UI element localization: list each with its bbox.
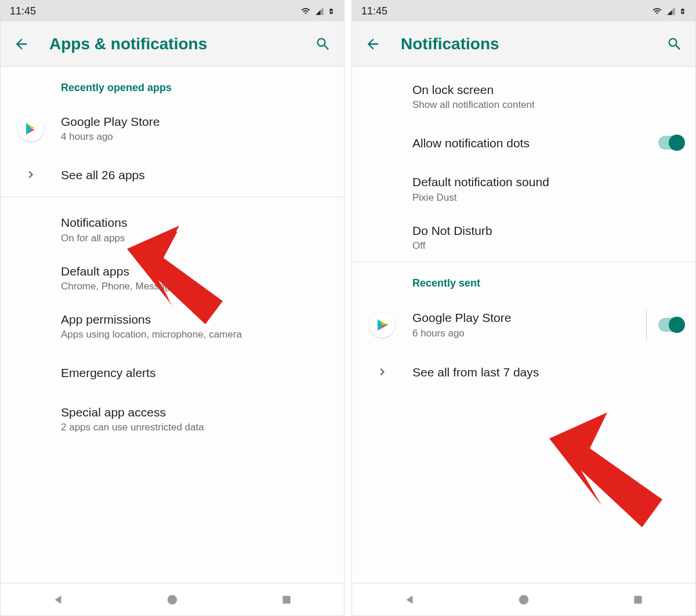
- nav-back[interactable]: [48, 589, 68, 610]
- recent-app-name: Google Play Store: [61, 114, 332, 129]
- status-icons: [300, 6, 335, 16]
- recent-app-item[interactable]: Google Play Store 4 hours ago: [1, 104, 344, 153]
- wifi-icon: [300, 6, 311, 16]
- arrow-back-icon: [365, 36, 381, 52]
- app-bar: Notifications: [352, 21, 695, 67]
- item-do-not-disturb[interactable]: Do Not Disturb Off: [352, 213, 695, 262]
- recent-app-sub: 6 hours ago: [412, 327, 641, 340]
- signal-icon: [666, 6, 676, 16]
- page-title: Notifications: [385, 35, 663, 53]
- search-icon: [315, 36, 331, 52]
- svg-point-8: [519, 595, 529, 604]
- item-title: Default apps: [61, 263, 332, 279]
- status-bar: 11:45: [1, 1, 344, 21]
- nav-recent[interactable]: [276, 589, 297, 610]
- chevron-right-icon: [14, 162, 47, 187]
- circle-home-icon: [166, 593, 179, 606]
- phone-left: 11:45 Apps & notifications Recently open…: [0, 0, 345, 616]
- search-button[interactable]: [663, 32, 686, 56]
- nav-recent[interactable]: [628, 589, 648, 610]
- back-button[interactable]: [10, 32, 33, 56]
- phone-right: 11:45 Notifications On lock screen Show …: [351, 0, 696, 616]
- item-title: Special app access: [61, 404, 332, 420]
- switch-notification-dots[interactable]: [658, 136, 684, 150]
- nav-home[interactable]: [513, 589, 534, 610]
- see-all-apps[interactable]: See all 26 apps: [1, 153, 344, 197]
- svg-rect-2: [283, 596, 291, 603]
- item-sub: Off: [412, 240, 684, 252]
- item-sub: Pixie Dust: [412, 191, 684, 204]
- search-icon: [666, 36, 683, 52]
- app-icon-play-store: [14, 116, 47, 142]
- item-notification-dots[interactable]: Allow notification dots: [352, 121, 695, 165]
- nav-bar: [1, 583, 344, 615]
- recent-app-sub: 4 hours ago: [61, 131, 332, 143]
- see-all-label: See all from last 7 days: [412, 364, 684, 380]
- item-title: App permissions: [61, 311, 332, 327]
- search-button[interactable]: [311, 32, 335, 56]
- item-title: Do Not Disturb: [412, 223, 684, 238]
- status-time: 11:45: [10, 5, 36, 17]
- nav-bar: [352, 583, 695, 615]
- item-sub: 2 apps can use unrestricted data: [61, 421, 332, 434]
- triangle-back-icon: [403, 593, 416, 606]
- item-app-permissions[interactable]: App permissions Apps using location, mic…: [1, 302, 344, 350]
- battery-charging-icon: [328, 6, 335, 16]
- battery-charging-icon: [679, 6, 686, 16]
- item-sub: On for all apps: [61, 232, 332, 245]
- item-title: Notifications: [61, 215, 332, 230]
- see-all-label: See all 26 apps: [61, 167, 332, 183]
- content: On lock screen Show all notification con…: [352, 67, 695, 583]
- svg-point-1: [168, 595, 177, 604]
- item-title: Allow notification dots: [412, 135, 658, 151]
- item-title: On lock screen: [412, 82, 684, 97]
- nav-home[interactable]: [162, 589, 183, 610]
- switch-app-notifications[interactable]: [658, 318, 684, 332]
- square-recent-icon: [632, 594, 644, 606]
- vertical-divider: [646, 309, 647, 340]
- item-sub: Show all notification content: [412, 99, 684, 111]
- status-time: 11:45: [361, 5, 387, 17]
- wifi-icon: [651, 6, 663, 16]
- chevron-right-icon: [366, 359, 398, 385]
- circle-home-icon: [517, 593, 530, 606]
- item-special-app-access[interactable]: Special app access 2 apps can use unrest…: [1, 395, 344, 443]
- play-store-icon: [24, 122, 38, 136]
- section-header-recent-apps: Recently opened apps: [1, 67, 344, 104]
- item-emergency-alerts[interactable]: Emergency alerts: [1, 351, 344, 395]
- arrow-back-icon: [13, 36, 30, 52]
- page-title: Apps & notifications: [33, 35, 311, 53]
- recent-app-name: Google Play Store: [412, 310, 641, 325]
- nav-back[interactable]: [399, 589, 420, 610]
- section-header-recently-sent: Recently sent: [352, 262, 695, 300]
- recent-sent-app[interactable]: Google Play Store 6 hours ago: [352, 300, 695, 350]
- item-default-sound[interactable]: Default notification sound Pixie Dust: [352, 165, 695, 213]
- app-icon-play-store: [366, 312, 398, 338]
- svg-rect-9: [635, 596, 642, 603]
- signal-icon: [315, 6, 324, 16]
- item-title: Default notification sound: [412, 174, 684, 190]
- content: Recently opened apps Google Play Store 4…: [1, 67, 344, 583]
- triangle-back-icon: [52, 593, 64, 606]
- item-sub: Apps using location, microphone, camera: [61, 328, 332, 341]
- see-all-history[interactable]: See all from last 7 days: [352, 350, 695, 394]
- app-bar: Apps & notifications: [1, 21, 344, 67]
- item-notifications[interactable]: Notifications On for all apps: [1, 205, 344, 253]
- status-bar: 11:45: [352, 1, 695, 21]
- status-icons: [651, 6, 686, 16]
- item-title: Emergency alerts: [61, 365, 332, 381]
- item-sub: Chrome, Phone, Messages: [61, 280, 332, 293]
- back-button[interactable]: [361, 32, 385, 56]
- item-lock-screen[interactable]: On lock screen Show all notification con…: [352, 67, 695, 121]
- square-recent-icon: [281, 594, 292, 606]
- play-store-icon: [375, 318, 389, 332]
- item-default-apps[interactable]: Default apps Chrome, Phone, Messages: [1, 254, 344, 302]
